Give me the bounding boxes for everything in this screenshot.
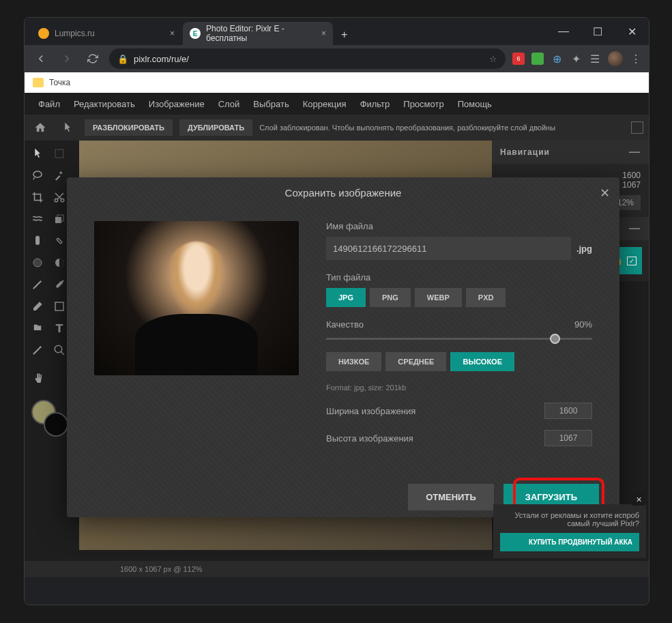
star-icon[interactable]: ☆	[489, 54, 497, 64]
browser-tab-pixlr[interactable]: E Photo Editor: Pixlr E - бесплатны ×	[183, 22, 333, 45]
menu-layer[interactable]: Слой	[218, 99, 240, 109]
reload-button[interactable]	[83, 49, 102, 68]
filetype-label: Тип файла	[326, 272, 592, 282]
draw-tool[interactable]	[27, 340, 48, 360]
extension-icon[interactable]: 6	[512, 53, 525, 65]
eraser-tool[interactable]	[27, 296, 48, 317]
extensions-menu-icon[interactable]: ✦	[570, 53, 582, 65]
quality-medium[interactable]: СРЕДНЕЕ	[385, 352, 446, 371]
panel-title: Навигации	[500, 147, 550, 157]
expand-icon[interactable]	[631, 121, 643, 134]
minimize-button[interactable]: —	[553, 21, 574, 42]
hand-tool[interactable]	[27, 368, 48, 389]
reading-list-icon[interactable]: ☰	[589, 53, 601, 65]
marquee-tool[interactable]	[49, 143, 70, 164]
collapse-icon[interactable]: —	[629, 222, 641, 235]
navigation-panel-header[interactable]: Навигации —	[492, 141, 649, 164]
bookmarks-bar: Точка	[25, 72, 649, 93]
liquify-tool[interactable]	[27, 209, 48, 229]
forward-button[interactable]	[57, 49, 76, 68]
quality-low[interactable]: НИЗКОЕ	[326, 352, 381, 371]
filetype-webp[interactable]: WEBP	[415, 288, 462, 307]
height-input[interactable]	[544, 430, 592, 446]
menu-image[interactable]: Изображение	[149, 99, 205, 109]
blur-tool[interactable]	[27, 252, 48, 273]
quality-presets: НИЗКОЕ СРЕДНЕЕ ВЫСОКОЕ	[326, 352, 592, 371]
favicon-icon: E	[190, 28, 201, 39]
promo-text-1: Устали от рекламы и хотите испроб	[500, 511, 639, 519]
slider-thumb[interactable]	[550, 334, 560, 344]
quality-high[interactable]: ВЫСОКОЕ	[450, 352, 514, 371]
profile-avatar[interactable]	[608, 51, 623, 66]
maximize-button[interactable]: ☐	[587, 21, 608, 42]
fg-color-well[interactable]	[44, 412, 68, 437]
app-menu-bar: Файл Редактировать Изображение Слой Выбр…	[25, 93, 649, 115]
promo-close-button[interactable]: ✕	[632, 493, 645, 506]
arrow-tool-icon[interactable]	[57, 117, 78, 138]
lock-icon: 🔒	[117, 54, 128, 64]
duplicate-button[interactable]: ДУБЛИРОВАТЬ	[179, 119, 252, 136]
filetype-pxd[interactable]: PXD	[466, 288, 506, 307]
extension-icon[interactable]: ⊕	[551, 53, 563, 65]
close-icon[interactable]: ×	[170, 29, 175, 38]
browser-menu-icon[interactable]: ⋮	[630, 53, 642, 65]
svg-rect-0	[55, 149, 63, 158]
url-input[interactable]: 🔒 pixlr.com/ru/e/ ☆	[109, 48, 506, 69]
locked-message: Слой заблокирован. Чтобы выполнять преоб…	[259, 124, 555, 132]
unlock-button[interactable]: РАЗБЛОКИРОВАТЬ	[85, 119, 173, 136]
quality-value: 90%	[574, 319, 592, 330]
lasso-tool[interactable]	[27, 165, 48, 186]
dialog-close-button[interactable]: ✕	[600, 186, 610, 201]
status-text: 1600 x 1067 px @ 112%	[120, 565, 203, 573]
extension-icons: 6 ⊕ ✦ ☰ ⋮	[512, 51, 642, 66]
file-extension: .jpg	[576, 244, 592, 254]
move-tool[interactable]	[27, 143, 48, 164]
svg-point-1	[33, 171, 42, 177]
status-bar: 1600 x 1067 px @ 112%	[25, 561, 649, 577]
fill-tool[interactable]	[27, 318, 48, 338]
svg-rect-6	[57, 238, 62, 244]
promo-text-2: самый лучший Pixlr?	[500, 519, 639, 527]
filetype-segments: JPG PNG WEBP PXD	[326, 288, 592, 307]
svg-rect-4	[55, 217, 61, 223]
close-window-button[interactable]: ✕	[622, 21, 642, 42]
bookmark-item[interactable]: Точка	[49, 78, 70, 87]
menu-edit[interactable]: Редактировать	[74, 99, 135, 109]
address-bar: 🔒 pixlr.com/ru/e/ ☆ 6 ⊕ ✦ ☰ ⋮	[25, 45, 649, 72]
new-tab-button[interactable]: +	[334, 25, 354, 45]
promo-buy-button[interactable]: КУПИТЬ ПРОДВИНУТЫЙ АККА	[500, 533, 639, 551]
format-info: Format: jpg, size: 201kb	[326, 383, 592, 392]
menu-adjust[interactable]: Коррекция	[303, 99, 347, 109]
crop-tool[interactable]	[27, 187, 48, 207]
menu-help[interactable]: Помощь	[458, 99, 492, 109]
promo-banner: ✕ Устали от рекламы и хотите испроб самы…	[493, 504, 646, 558]
filetype-jpg[interactable]: JPG	[326, 288, 366, 307]
browser-tab-lumpics[interactable]: Lumpics.ru ×	[31, 22, 181, 45]
menu-filter[interactable]: Фильтр	[360, 99, 390, 109]
checkbox-icon[interactable]: ✓	[627, 257, 637, 265]
tab-strip: Lumpics.ru × E Photo Editor: Pixlr E - б…	[25, 18, 649, 45]
brush-tool[interactable]	[27, 231, 48, 251]
filetype-png[interactable]: PNG	[370, 288, 411, 307]
filename-input[interactable]	[326, 237, 571, 260]
close-icon[interactable]: ×	[321, 29, 326, 38]
width-input[interactable]	[544, 403, 592, 419]
browser-window: Lumpics.ru × E Photo Editor: Pixlr E - б…	[24, 17, 649, 605]
quality-label: Качество	[326, 319, 364, 330]
context-toolbar: РАЗБЛОКИРОВАТЬ ДУБЛИРОВАТЬ Слой заблокир…	[25, 115, 649, 141]
menu-view[interactable]: Просмотр	[403, 99, 443, 109]
collapse-icon[interactable]: —	[629, 146, 641, 158]
back-button[interactable]	[31, 49, 50, 68]
cancel-button[interactable]: ОТМЕНИТЬ	[408, 484, 494, 510]
quality-slider[interactable]	[326, 338, 592, 340]
extension-icon[interactable]	[531, 53, 544, 65]
save-form: Имя файла .jpg Тип файла JPG PNG WEBP PX…	[326, 221, 592, 446]
width-label: Ширина изображения	[326, 406, 415, 416]
svg-rect-10	[55, 302, 63, 310]
pen-tool[interactable]	[27, 274, 48, 295]
color-wells[interactable]	[31, 400, 56, 424]
menu-select[interactable]: Выбрать	[253, 99, 289, 109]
filename-label: Имя файла	[326, 221, 592, 231]
menu-file[interactable]: Файл	[38, 99, 60, 109]
home-icon[interactable]	[30, 117, 50, 138]
